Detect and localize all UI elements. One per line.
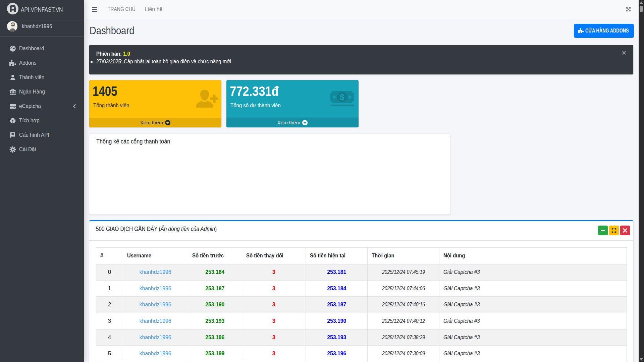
svg-text:$: $ [340, 93, 344, 102]
